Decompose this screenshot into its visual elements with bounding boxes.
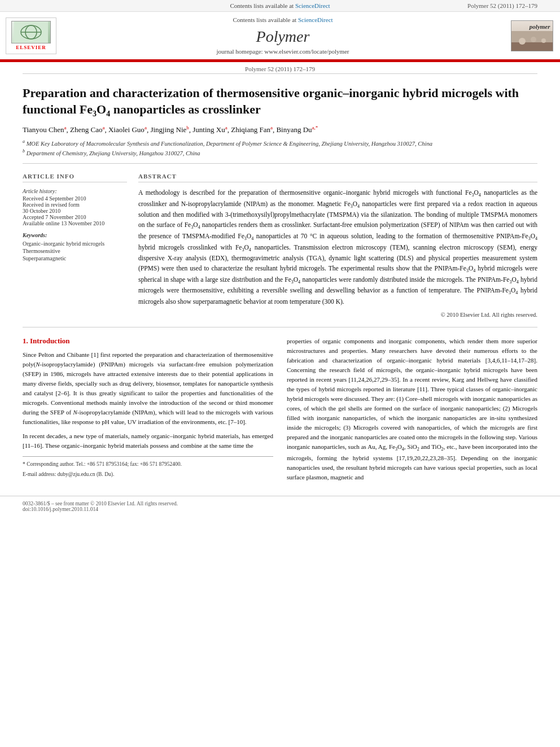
elsevier-logo-image (11, 21, 51, 43)
keyword-2: Thermosensitive (23, 248, 127, 254)
article-history: Article history: Received 4 September 20… (23, 188, 127, 226)
polymer-logo-box: polymer (511, 20, 553, 51)
content-area: Polymer 52 (2011) 172–179 Preparation an… (0, 62, 560, 496)
revised-date: Received in revised form30 October 2010 (23, 202, 127, 214)
footnote-email: E-mail address: duby@zju.edu.cn (B. Du). (23, 470, 273, 478)
footnote-corresponding: * Corresponding author. Tel.: +86 571 87… (23, 460, 273, 468)
article-ref-bar: Polymer 52 (2011) 172–179 (23, 62, 537, 74)
keyword-3: Superparamagnetic (23, 255, 127, 261)
body-right-col: properties of organic components and ino… (287, 337, 537, 487)
affiliation-b: b Department of Chemistry, Zhejiang Univ… (23, 148, 537, 158)
footer-issn: 0032-3861/$ – see front matter © 2010 El… (23, 501, 537, 506)
body-two-col: 1. Introduction Since Pelton and Chibant… (23, 337, 537, 487)
footer-doi: doi:10.1016/j.polymer.2010.11.014 (23, 506, 537, 512)
journal-url: journal homepage: www.elsevier.com/locat… (56, 48, 509, 55)
intro-para2: In recent decades, a new type of materia… (23, 431, 273, 451)
keywords-group: Keywords: Organic–inorganic hybrid micro… (23, 232, 127, 261)
journal-center: Contents lists available at ScienceDirec… (56, 16, 509, 55)
article-info-label: ARTICLE INFO (23, 173, 127, 182)
affiliation-a: a MOE Key Laboratory of Macromolecular S… (23, 138, 537, 148)
copyright: © 2010 Elsevier Ltd. All rights reserved… (138, 312, 537, 318)
abstract-label: ABSTRACT (138, 173, 537, 182)
sciencedirect-link2[interactable]: ScienceDirect (298, 16, 333, 23)
footer-bar: 0032-3861/$ – see front matter © 2010 El… (0, 496, 560, 517)
elsevier-logo: ELSEVIER (6, 18, 56, 54)
intro-heading: 1. Introduction (23, 337, 273, 346)
journal-ref: Polymer 52 (2011) 172–179 (467, 2, 537, 9)
article-ref: Polymer 52 (2011) 172–179 (245, 65, 315, 72)
abstract-col: ABSTRACT A methodology is described for … (138, 173, 537, 318)
keywords-label: Keywords: (23, 232, 127, 238)
received-date: Received 4 September 2010 (23, 195, 127, 202)
sciencedirect-note: Contents lists available at ScienceDirec… (56, 16, 509, 23)
polymer-logo: polymer (509, 18, 554, 54)
sciencedirect-text: Contents lists available at (230, 2, 294, 9)
abstract-text: A methodology is described for the prepa… (138, 188, 537, 307)
accepted-date: Accepted 7 November 2010 (23, 214, 127, 220)
svg-rect-5 (511, 42, 553, 51)
sciencedirect-link[interactable]: ScienceDirect (295, 2, 330, 9)
history-label: Article history: (23, 188, 127, 194)
journal-header: ELSEVIER Contents lists available at Sci… (0, 12, 560, 60)
top-bar: Contents lists available at ScienceDirec… (0, 0, 560, 12)
journal-title: Polymer (56, 28, 509, 46)
affiliations: a MOE Key Laboratory of Macromolecular S… (23, 138, 537, 158)
authors: Tianyou Chena, Zheng Caoa, Xiaolei Guoa,… (23, 125, 537, 134)
footnote-area: * Corresponding author. Tel.: +86 571 87… (23, 456, 273, 478)
article-info-col: ARTICLE INFO Article history: Received 4… (23, 173, 127, 318)
online-date: Available online 13 November 2010 (23, 220, 127, 226)
article-title-section: Preparation and characterization of ther… (23, 74, 537, 164)
right-para1: properties of organic components and ino… (287, 337, 537, 482)
intro-para1: Since Pelton and Chibante [1] first repo… (23, 350, 273, 427)
keyword-1: Organic–inorganic hybrid microgels (23, 241, 127, 247)
svg-point-6 (519, 38, 526, 45)
page: Contents lists available at ScienceDirec… (0, 0, 560, 747)
article-info-abstract: ARTICLE INFO Article history: Received 4… (23, 164, 537, 327)
body-left-col: 1. Introduction Since Pelton and Chibant… (23, 337, 273, 487)
article-title: Preparation and characterization of ther… (23, 85, 537, 119)
svg-point-7 (531, 37, 536, 42)
svg-point-8 (541, 38, 546, 43)
polymer-logo-text: polymer (530, 23, 550, 30)
body-section: 1. Introduction Since Pelton and Chibant… (23, 327, 537, 496)
elsevier-brand: ELSEVIER (16, 45, 46, 50)
